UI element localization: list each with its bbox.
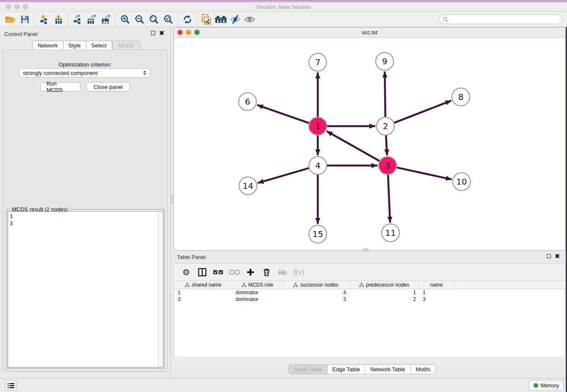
cell-predecessor-nodes[interactable]: 1 <box>350 289 419 296</box>
tab-edge-table[interactable]: Edge Table <box>328 364 366 374</box>
cell-mcds-role[interactable]: dominator <box>232 289 283 296</box>
zoom-fit-button[interactable] <box>147 13 161 26</box>
column-header-successor-nodes[interactable]: successor nodes <box>283 281 350 289</box>
zoom-out-button[interactable] <box>132 13 147 26</box>
column-header-shared-name[interactable]: shared name <box>174 281 232 289</box>
deselect-all-button[interactable] <box>227 265 242 279</box>
zoom-selected-button[interactable] <box>161 13 176 26</box>
zoom-in-button[interactable] <box>118 13 132 26</box>
cell-shared-name[interactable]: 3 <box>174 296 232 303</box>
graph-node-11[interactable]: 11 <box>382 224 399 242</box>
tab-select[interactable]: Select <box>86 41 112 50</box>
column-header-name[interactable]: name <box>419 281 454 289</box>
tab-motifs[interactable]: Motifs <box>411 364 436 374</box>
hide-selection-button[interactable] <box>228 13 242 26</box>
graph-node-2[interactable]: 2 <box>377 117 394 135</box>
graph-node-1[interactable]: 1 <box>309 117 327 135</box>
toolbar-separator <box>116 13 116 26</box>
graph-edge-2-8[interactable] <box>394 101 451 123</box>
control-panel-close-button[interactable]: ✖ <box>159 30 164 36</box>
optimization-criterion-select[interactable]: strongly connected component <box>19 68 150 77</box>
graph-node-4[interactable]: 4 <box>309 157 327 174</box>
graph-edge-1-6[interactable] <box>257 105 309 123</box>
export-image-button[interactable] <box>99 13 113 26</box>
function-builder-button[interactable]: f(x) <box>292 265 306 279</box>
cell-successor-nodes[interactable]: 3 <box>283 296 350 303</box>
tab-network-table[interactable]: Network Table <box>365 364 410 374</box>
graph-node-label: 2 <box>383 121 388 131</box>
add-column-button[interactable] <box>243 265 258 279</box>
open-session-button[interactable] <box>3 13 18 26</box>
export-table-icon <box>86 14 97 25</box>
tab-node-table[interactable]: Node Table <box>289 364 328 374</box>
table-row[interactable]: 3 dominator 3 2 3 <box>174 296 565 303</box>
task-history-button[interactable] <box>5 380 17 391</box>
select-all-button[interactable] <box>211 265 226 279</box>
horizontal-splitter-grip[interactable] <box>363 248 369 251</box>
new-network-from-selection-button[interactable] <box>199 13 214 26</box>
graph-node-8[interactable]: 8 <box>452 88 470 106</box>
close-panel-button[interactable]: Close panel <box>86 82 130 91</box>
refresh-button[interactable] <box>180 13 195 26</box>
import-network-icon <box>39 14 49 25</box>
graph-node-label: 9 <box>382 56 388 66</box>
graph-edge-3-1[interactable] <box>327 131 380 161</box>
vertical-splitter[interactable] <box>170 27 173 378</box>
tab-mcds-active[interactable]: MCDS <box>112 41 140 50</box>
table-panel-close-button[interactable]: ✖ <box>555 254 560 259</box>
tab-style[interactable]: Style <box>63 41 86 50</box>
show-all-button[interactable] <box>242 13 257 26</box>
toolbar-separator <box>34 13 35 26</box>
graph-edge-3-10[interactable] <box>396 168 451 179</box>
graph-node-6[interactable]: 6 <box>239 93 256 110</box>
column-header-predecessor-nodes[interactable]: predecessor nodes <box>350 281 419 289</box>
control-panel-float-button[interactable] <box>151 31 155 35</box>
graph-node-10[interactable]: 10 <box>453 173 471 190</box>
cell-mcds-role[interactable]: dominator <box>232 296 283 303</box>
graph-node-14[interactable]: 14 <box>239 177 257 195</box>
cell-predecessor-nodes[interactable]: 2 <box>350 296 419 303</box>
graph-node-9[interactable]: 9 <box>376 52 394 70</box>
run-mcds-button[interactable]: Run MCDS <box>40 82 80 91</box>
graph-edge-3-11[interactable] <box>388 175 390 223</box>
refresh-icon <box>182 14 193 25</box>
network-canvas[interactable]: 1234678910111415 <box>174 38 565 250</box>
status-bar: Memory <box>0 378 567 392</box>
mcds-result-scrollbar[interactable] <box>158 212 163 367</box>
import-table-button[interactable] <box>51 13 66 26</box>
cell-name[interactable]: 1 <box>419 289 454 296</box>
tab-network[interactable]: Network <box>32 41 63 50</box>
table-panel-float-button[interactable] <box>547 254 551 258</box>
export-table-button[interactable] <box>85 13 99 26</box>
export-network-icon <box>72 14 83 25</box>
memory-button[interactable]: Memory <box>529 380 564 391</box>
toolbar-separator <box>178 13 178 26</box>
cell-name[interactable]: 3 <box>419 296 454 303</box>
graph-edge-4-14[interactable] <box>258 168 309 183</box>
network-graph[interactable]: 1234678910111415 <box>174 38 565 250</box>
delete-table-button[interactable] <box>275 265 290 279</box>
search-input[interactable] <box>449 16 561 23</box>
search-field[interactable] <box>439 14 562 24</box>
vertical-splitter-grip[interactable] <box>171 195 173 204</box>
cell-shared-name[interactable]: 1 <box>174 289 232 296</box>
graph-node-15[interactable]: 15 <box>309 225 327 243</box>
import-network-button[interactable] <box>37 13 51 26</box>
houses-button[interactable] <box>214 13 228 26</box>
table-row[interactable]: 1 dominator 4 1 1 <box>174 289 565 296</box>
delete-column-button[interactable] <box>259 265 274 279</box>
graph-node-3[interactable]: 3 <box>379 157 396 174</box>
graph-node-label: 6 <box>245 97 250 107</box>
split-columns-button[interactable] <box>195 265 209 279</box>
column-header-mcds-role[interactable]: MCDS role <box>232 281 283 289</box>
mcds-result-text[interactable]: 1 3 <box>8 211 163 367</box>
table-tabs: Node Table Edge Table Network Table Moti… <box>289 364 436 374</box>
table-settings-button[interactable]: ⚙ <box>179 265 193 279</box>
graph-edge-2-3[interactable] <box>386 135 387 155</box>
table-scroll-area[interactable] <box>174 357 565 362</box>
save-session-button[interactable] <box>18 13 32 26</box>
cell-successor-nodes[interactable]: 4 <box>283 289 350 296</box>
export-network-button[interactable] <box>70 13 85 26</box>
graph-node-7[interactable]: 7 <box>309 53 327 71</box>
graph-edge-2-9[interactable] <box>385 72 385 117</box>
